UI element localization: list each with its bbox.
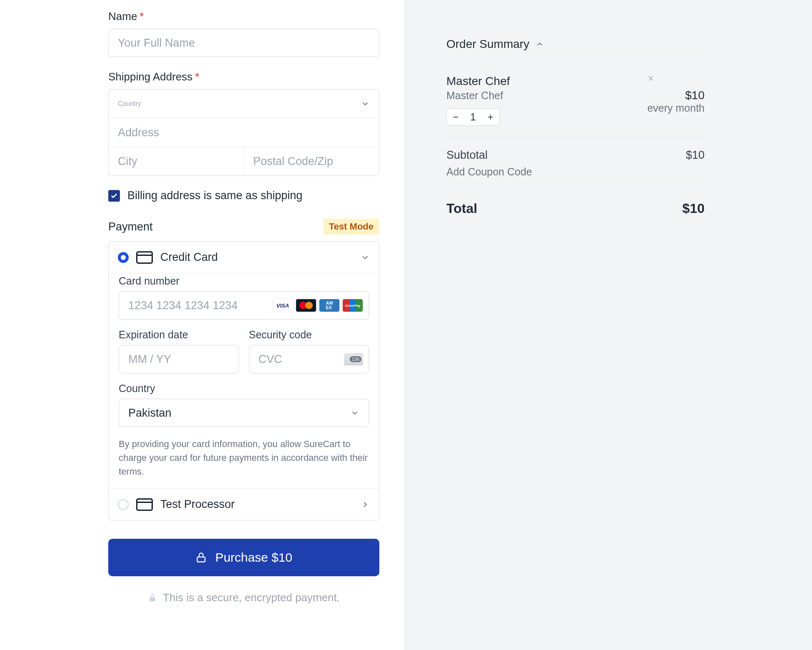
quantity-decrement-button[interactable]: − [447,109,464,125]
unionpay-icon: UnionPay [342,299,363,312]
remove-item-button[interactable] [647,75,705,82]
expiration-label: Expiration date [119,329,239,341]
order-summary-toggle[interactable]: Order Summary [446,38,705,63]
order-item: Master Chef Master Chef − 1 + $10 every … [446,63,705,138]
order-item-price: $10 [647,89,705,102]
radio-selected-icon [118,252,129,263]
expiration-input[interactable] [119,345,239,373]
amex-icon: AM EX [319,299,340,312]
credit-card-label: Credit Card [160,251,353,264]
shipping-address-input[interactable] [109,118,379,147]
subtotal-value: $10 [686,149,705,162]
secure-payment-note: This is a secure, encrypted payment. [108,591,379,604]
shipping-label: Shipping Address* [108,70,379,83]
chevron-up-icon [535,40,544,49]
payment-country-select[interactable]: Pakistan [119,399,369,427]
payment-section-title: Payment [108,220,153,233]
subtotal-label: Subtotal [446,149,488,162]
payment-option-test-processor[interactable]: Test Processor [109,488,379,520]
billing-same-checkbox[interactable] [108,190,120,202]
chevron-down-icon [361,253,370,262]
radio-unselected-icon [118,499,129,510]
quantity-increment-button[interactable]: + [482,109,499,125]
svg-rect-1 [150,598,155,601]
name-input[interactable] [108,29,379,57]
order-item-period: every month [647,102,705,114]
lock-icon [195,552,207,563]
visa-icon: VISA [272,299,293,312]
name-label: Name* [108,10,379,23]
add-coupon-link[interactable]: Add Coupon Code [446,166,705,178]
payment-option-credit-card[interactable]: Credit Card [109,242,379,273]
order-item-title: Master Chef [446,75,639,88]
billing-same-label: Billing address is same as shipping [127,189,302,202]
quantity-stepper[interactable]: − 1 + [446,108,500,126]
cvc-icon: 135 [344,353,363,365]
lock-icon [148,593,157,602]
payment-terms-text: By providing your card information, you … [119,437,369,478]
test-processor-label: Test Processor [160,498,353,511]
order-item-subtitle: Master Chef [446,90,639,102]
purchase-button[interactable]: Purchase $10 [108,539,379,576]
card-number-label: Card number [119,275,369,287]
chevron-down-icon [361,99,370,108]
shipping-country-select[interactable]: Country [109,90,379,118]
total-value: $10 [682,201,705,216]
shipping-postal-input[interactable] [244,147,379,175]
credit-card-icon [136,498,153,511]
card-brand-icons: VISA AM EX UnionPay [272,299,363,312]
chevron-down-icon [350,408,359,418]
payment-country-label: Country [119,382,369,395]
shipping-city-input[interactable] [109,147,244,175]
quantity-value: 1 [464,111,482,123]
svg-rect-0 [197,557,205,562]
chevron-right-icon [361,500,370,509]
total-label: Total [446,201,477,216]
cvc-label: Security code [249,329,369,341]
credit-card-icon [136,251,153,264]
test-mode-badge: Test Mode [323,219,379,235]
mastercard-icon [296,299,316,312]
